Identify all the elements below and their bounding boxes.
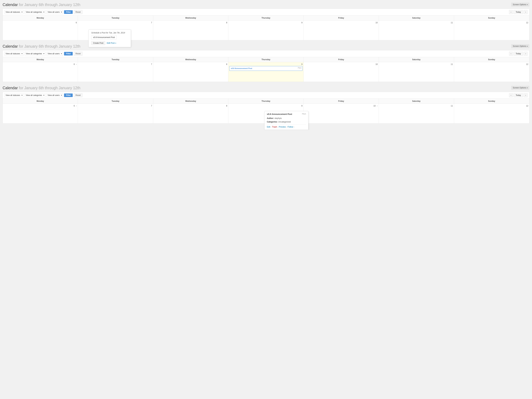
- cell-date-8-2: 8: [154, 63, 227, 65]
- filter-button-1[interactable]: Filter: [64, 10, 73, 14]
- cell-date-6-3: 6 +: [4, 105, 77, 107]
- next-arrow-3[interactable]: ›: [524, 93, 528, 97]
- cell-date-7-2: 7: [79, 63, 152, 65]
- add-icon-friday-3[interactable]: +: [377, 105, 378, 107]
- cell-saturday-3[interactable]: 11: [379, 104, 454, 123]
- header-tuesday-3: Tuesday: [78, 99, 153, 103]
- add-icon-monday-3[interactable]: +: [76, 105, 77, 107]
- today-button-1[interactable]: Today: [513, 10, 523, 14]
- calendar-section-1: Calendar for January 6th through January…: [3, 3, 529, 40]
- header-monday-1: Monday: [3, 15, 78, 20]
- cell-sunday-2[interactable]: 12: [454, 62, 529, 82]
- cell-saturday-1[interactable]: 11: [379, 20, 454, 40]
- section-header-2: Calendar for January 6th through January…: [3, 44, 529, 49]
- trash-link-3[interactable]: Trash: [272, 126, 277, 128]
- filter-button-3[interactable]: Filter: [64, 93, 73, 97]
- calendar-section-2: Calendar for January 6th through January…: [3, 44, 529, 82]
- event-popup-3: v0.8 Announcement Post Pitch Author: ste…: [264, 111, 308, 130]
- reset-button-3[interactable]: Reset: [74, 93, 82, 97]
- header-friday-1: Friday: [304, 15, 379, 20]
- cell-sunday-3[interactable]: 12: [454, 104, 529, 123]
- cell-tuesday-3[interactable]: 7: [78, 104, 153, 123]
- nav-controls-2: ‹ Today ›: [509, 52, 528, 56]
- cell-date-12-1: 12: [455, 21, 528, 24]
- cell-wednesday-3[interactable]: 8: [153, 104, 228, 123]
- category-select-2[interactable]: View all categories: [25, 52, 45, 56]
- event-card-2[interactable]: Pitch v0.8 Announcement Post: [229, 66, 302, 71]
- cell-friday-3[interactable]: 10 +: [304, 104, 379, 123]
- calendar-body-1: 6 7 Schedule a Post for Tue, Jan 7th, 20…: [3, 20, 529, 40]
- popup-actions-1: Create Post Edit Post »: [91, 41, 128, 45]
- edit-post-link-1[interactable]: Edit Post »: [107, 42, 116, 44]
- prev-arrow-2[interactable]: ‹: [509, 52, 513, 56]
- toolbar-1: View all statuses View all categories Vi…: [3, 9, 529, 15]
- cell-date-12-2: 12: [455, 63, 528, 65]
- cell-monday-1[interactable]: 6: [3, 20, 78, 40]
- cell-date-7-1: 7: [79, 21, 152, 24]
- edit-link-3[interactable]: Edit: [267, 126, 270, 128]
- reset-button-2[interactable]: Reset: [74, 52, 82, 56]
- today-button-3[interactable]: Today: [513, 93, 523, 97]
- add-icon-monday-2[interactable]: +: [76, 63, 77, 65]
- schedule-popup-1: Schedule a Post for Tue, Jan 7th, 2014 v…: [89, 30, 131, 47]
- screen-options-button-1[interactable]: Screen Options: [511, 3, 529, 6]
- event-popup-title-3: v0.8 Announcement Post: [267, 113, 292, 115]
- create-post-button-1[interactable]: Create Post: [91, 41, 105, 45]
- reset-button-1[interactable]: Reset: [74, 10, 82, 14]
- cell-friday-2[interactable]: 10: [304, 62, 379, 82]
- cell-date-12-3: 12: [455, 105, 528, 107]
- prev-arrow-3[interactable]: ‹: [509, 93, 513, 97]
- cell-thursday-2[interactable]: 9 Pitch v0.8 Announcement Post: [228, 62, 304, 82]
- header-thursday-3: Thursday: [228, 99, 304, 103]
- cell-wednesday-1[interactable]: 8: [153, 20, 228, 40]
- today-button-2[interactable]: Today: [513, 52, 523, 56]
- next-arrow-2[interactable]: ›: [524, 52, 528, 56]
- users-select-3[interactable]: View all users: [46, 93, 63, 97]
- cell-date-10-3: 10 +: [305, 105, 378, 107]
- calendar-grid-3: Monday Tuesday Wednesday Thursday Friday…: [3, 98, 529, 123]
- cell-saturday-2[interactable]: 11: [379, 62, 454, 82]
- cell-date-6-2: 6 +: [4, 63, 77, 65]
- cell-date-9-1: 9: [229, 21, 302, 24]
- status-select-2[interactable]: View all statuses: [4, 52, 24, 56]
- cell-date-6-1: 6: [4, 21, 77, 24]
- cell-friday-1[interactable]: 10: [304, 20, 379, 40]
- calendar-body-3: 6 + 7 8 9 v0.8 Announcement Post Pitch: [3, 104, 529, 123]
- next-arrow-1[interactable]: ›: [524, 10, 528, 14]
- calendar-header-2: Monday Tuesday Wednesday Thursday Friday…: [3, 57, 529, 62]
- cell-tuesday-2[interactable]: 7: [78, 62, 153, 82]
- calendar-grid-2: Monday Tuesday Wednesday Thursday Friday…: [3, 57, 529, 82]
- filter-button-2[interactable]: Filter: [64, 52, 73, 55]
- category-select-1[interactable]: View all categories: [25, 10, 45, 14]
- category-select-3[interactable]: View all categories: [25, 93, 45, 97]
- event-popup-category-3: Pitch: [302, 113, 306, 115]
- cell-date-10-2: 10: [305, 63, 378, 65]
- users-select-2[interactable]: View all users: [46, 52, 63, 56]
- cell-thursday-3[interactable]: 9 v0.8 Announcement Post Pitch Author: s…: [228, 104, 304, 123]
- cell-date-7-3: 7: [79, 105, 152, 107]
- calendar-header-1: Monday Tuesday Wednesday Thursday Friday…: [3, 15, 529, 20]
- toolbar-3: View all statuses View all categories Vi…: [3, 92, 529, 98]
- cell-thursday-1[interactable]: 9: [228, 20, 304, 40]
- header-sunday-1: Sunday: [454, 15, 529, 20]
- prev-arrow-1[interactable]: ‹: [509, 10, 513, 14]
- cell-monday-2[interactable]: 6 +: [3, 62, 78, 82]
- status-select-1[interactable]: View all statuses: [4, 10, 24, 14]
- calendar-body-2: 6 + 7 8 9 Pitch v0.8 Announcement Post 1…: [3, 62, 529, 82]
- header-sunday-3: Sunday: [454, 99, 529, 103]
- cell-tuesday-1[interactable]: 7 Schedule a Post for Tue, Jan 7th, 2014…: [78, 20, 153, 40]
- cell-wednesday-2[interactable]: 8: [153, 62, 228, 82]
- header-wednesday-1: Wednesday: [153, 15, 228, 20]
- preview-link-3[interactable]: Preview: [279, 126, 286, 128]
- calendar-grid-1: Monday Tuesday Wednesday Thursday Friday…: [3, 15, 529, 40]
- users-select-1[interactable]: View all users: [46, 10, 63, 14]
- follow-link-3[interactable]: Follow: [287, 126, 293, 128]
- screen-options-button-3[interactable]: Screen Options: [511, 86, 529, 90]
- cell-date-9-3: 9: [229, 105, 302, 107]
- cell-sunday-1[interactable]: 12: [454, 20, 529, 40]
- section-header-1: Calendar for January 6th through January…: [3, 3, 529, 7]
- status-select-3[interactable]: View all statuses: [4, 93, 24, 97]
- cell-monday-3[interactable]: 6 +: [3, 104, 78, 123]
- screen-options-button-2[interactable]: Screen Options: [511, 44, 529, 48]
- cell-date-8-3: 8: [154, 105, 227, 107]
